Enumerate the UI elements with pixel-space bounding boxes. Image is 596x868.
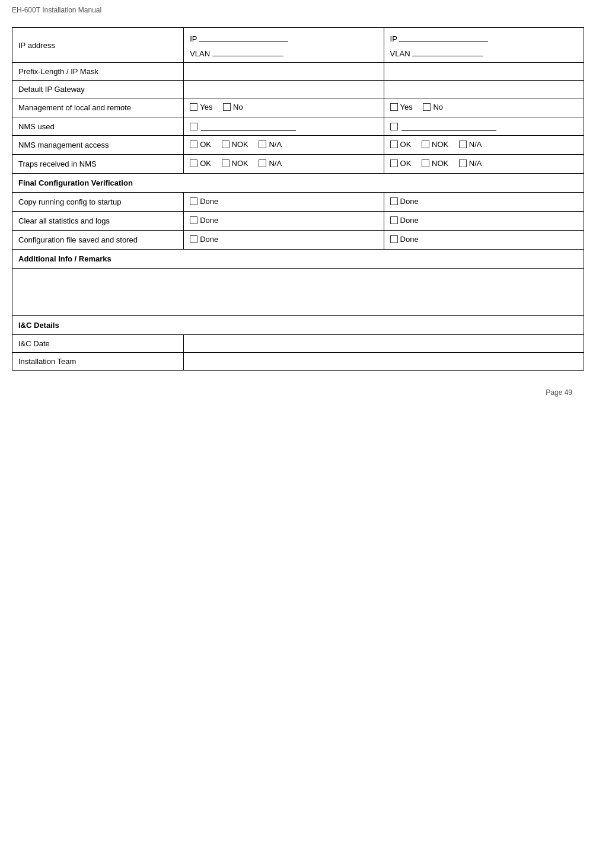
table-row-default-gateway: Default IP Gateway [12,81,584,98]
ic-details-section-header: I&C Details [12,316,584,335]
installation-team-value[interactable] [184,353,584,371]
page-number: Page 49 [546,388,572,397]
nms-ok-col2[interactable]: OK [390,140,412,149]
checkbox-traps-nok-col1[interactable] [222,159,230,167]
traps-na-col1[interactable]: N/A [259,159,282,168]
traps-nok-col1[interactable]: NOK [222,159,248,168]
nms-na-col2[interactable]: N/A [459,140,482,149]
nms-nok-col2[interactable]: NOK [422,140,448,149]
ic-details-header-text: I&C Details [18,321,59,330]
copy-config-col2: Done [384,193,584,212]
remarks-row [12,269,584,316]
checkbox-config-col1[interactable] [190,235,197,243]
na-label-col1: N/A [269,140,282,149]
checkbox-traps-ok-col1[interactable] [190,159,197,167]
config-saved-done-col2[interactable]: Done [390,235,419,244]
checkbox-ok-col1[interactable] [190,141,197,148]
config-saved-col2: Done [384,231,584,250]
ip-address-label: IP address [12,28,184,63]
nms-name-field-col1[interactable] [201,122,296,131]
checkbox-traps-na-col1[interactable] [259,159,266,167]
management-no-col1[interactable]: No [223,103,243,111]
ic-details-header-cell: I&C Details [12,316,584,335]
final-config-header-cell: Final Configuration Verification [12,174,584,193]
nms-management-label: NMS management access [12,136,184,155]
checkbox-clear-col2[interactable] [390,216,398,224]
checkbox-traps-nok-col2[interactable] [422,159,429,167]
nms-na-col1[interactable]: N/A [259,140,282,149]
nms-nok-col1[interactable]: NOK [222,140,248,149]
checkbox-ok-col2[interactable] [390,141,398,148]
clear-stats-col2: Done [384,212,584,231]
nms-management-col1: OK NOK N/A [184,136,384,155]
remarks-content[interactable] [12,269,584,316]
checkbox-traps-na-col2[interactable] [459,159,467,167]
page-header: EH-600T Installation Manual [12,6,584,17]
done-label-config-col2: Done [400,235,419,244]
nok-label-col1: NOK [232,140,248,149]
copy-config-done-col2[interactable]: Done [390,197,419,206]
config-saved-label: Configuration file saved and stored [12,231,184,250]
traps-nok-col2[interactable]: NOK [422,159,448,168]
traps-ok-col1[interactable]: OK [190,159,211,168]
additional-info-header-text: Additional Info / Remarks [18,254,111,263]
table-row-nms-management: NMS management access OK NOK N/A OK N [12,136,584,155]
ip-field-col1[interactable] [199,32,288,42]
additional-info-header-cell: Additional Info / Remarks [12,250,584,269]
nms-checkbox-col1[interactable] [190,123,197,130]
checkbox-yes-col1[interactable] [190,103,197,111]
copy-config-done-col1[interactable]: Done [190,197,218,206]
management-no-col2[interactable]: No [423,103,443,111]
management-col1: Yes No [184,98,384,117]
prefix-length-col1[interactable] [184,63,384,81]
ip-address-col2: IP VLAN [384,28,584,63]
done-label-clear-col1: Done [200,216,218,225]
checkbox-na-col1[interactable] [259,141,266,148]
config-saved-done-col1[interactable]: Done [190,235,218,244]
checkbox-no-col1[interactable] [223,103,231,111]
page-footer: Page 49 [12,388,584,397]
additional-info-section-header: Additional Info / Remarks [12,250,584,269]
final-config-header-text: Final Configuration Verification [18,178,133,187]
checkbox-nok-col1[interactable] [222,141,230,148]
traps-na-col2[interactable]: N/A [459,159,482,168]
checkbox-config-col2[interactable] [390,235,398,243]
checkbox-copy-col1[interactable] [190,197,197,205]
checkbox-nok-col2[interactable] [422,141,429,148]
nms-ok-col1[interactable]: OK [190,140,211,149]
prefix-length-col2[interactable] [384,63,584,81]
checkbox-clear-col1[interactable] [190,216,197,224]
ic-date-value[interactable] [184,335,584,353]
checkbox-traps-ok-col2[interactable] [390,159,398,167]
default-gateway-col2[interactable] [384,81,584,98]
checkbox-copy-col2[interactable] [390,197,398,205]
traps-col2: OK NOK N/A [384,155,584,174]
nms-name-field-col2[interactable] [401,122,496,131]
table-row-management: Management of local and remote Yes No Ye… [12,98,584,117]
copy-config-label: Copy running config to startup [12,193,184,212]
copy-config-col1: Done [184,193,384,212]
checkbox-no-col2[interactable] [423,103,431,111]
installation-team-label: Installation Team [12,353,184,371]
checkbox-na-col2[interactable] [459,141,467,148]
management-yes-col2[interactable]: Yes [390,103,413,111]
ip-field-col2[interactable] [399,32,488,42]
yes-label-col1: Yes [200,103,212,111]
nms-checkbox-col2[interactable] [390,123,398,130]
clear-stats-done-col2[interactable]: Done [390,216,419,225]
default-gateway-col1[interactable] [184,81,384,98]
table-row-nms-used: NMS used [12,117,584,136]
checkbox-yes-col2[interactable] [390,103,398,111]
vlan-field-col1[interactable] [212,47,283,56]
config-saved-col1: Done [184,231,384,250]
ip-address-col1: IP VLAN [184,28,384,63]
traps-na-label-col2: N/A [469,159,482,168]
traps-ok-col2[interactable]: OK [390,159,412,168]
vlan-field-col2[interactable] [412,47,483,56]
nms-used-col2 [384,117,584,136]
traps-ok-label-col1: OK [200,159,211,168]
management-yes-col1[interactable]: Yes [190,103,212,111]
clear-stats-done-col1[interactable]: Done [190,216,218,225]
document-title: EH-600T Installation Manual [12,6,101,14]
ok-label-col2: OK [400,140,412,149]
